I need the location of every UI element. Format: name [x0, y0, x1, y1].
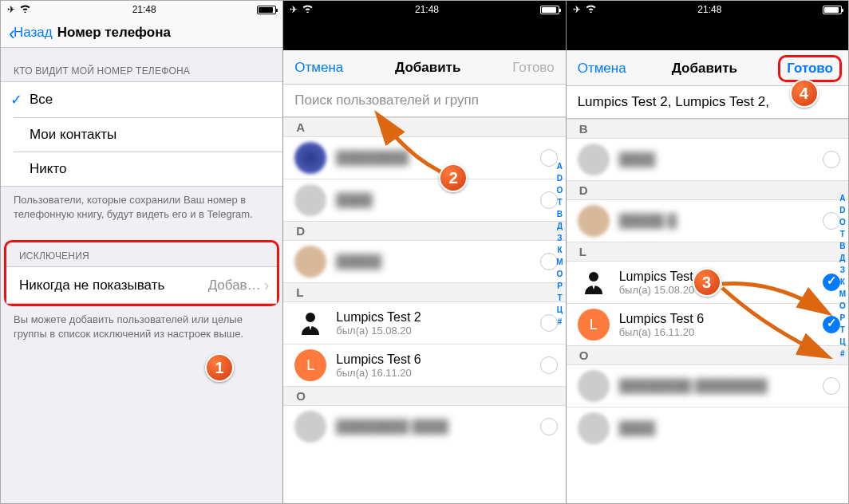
status-bar: ✈︎ 21:48	[1, 1, 282, 18]
contact-row[interactable]: ████	[283, 179, 565, 221]
index-header: D	[567, 180, 848, 200]
contact-row[interactable]: Lumpics Test 2 был(а) 15.08.20	[283, 302, 565, 344]
avatar	[294, 246, 326, 278]
index-header: D	[283, 221, 565, 241]
section-header-exclusions: ИСКЛЮЧЕНИЯ	[6, 242, 277, 266]
back-label: Назад	[14, 25, 53, 41]
status-bar: ✈︎ 21:48	[567, 1, 848, 18]
contact-name: ████████ ████	[336, 419, 533, 434]
radio-unchecked-icon[interactable]	[823, 151, 840, 168]
phone-screen-2: ✈︎ 21:48 Отмена Добавить Готово Поиск по…	[283, 1, 566, 503]
contact-row[interactable]: █████	[283, 241, 565, 282]
option-nobody[interactable]: Никто	[14, 152, 282, 186]
radio-unchecked-icon[interactable]	[823, 377, 840, 395]
contact-name: ████	[619, 420, 840, 435]
index-header: L	[283, 282, 565, 302]
option-contacts[interactable]: Мои контакты	[14, 117, 282, 152]
index-header: L	[567, 242, 848, 262]
avatar	[578, 144, 610, 175]
contact-name: ████	[619, 152, 816, 167]
svg-point-0	[306, 313, 315, 322]
avatar	[578, 412, 610, 444]
chevron-right-icon: ›	[264, 276, 270, 294]
status-time: 21:48	[132, 4, 156, 15]
contact-name: Lumpics Test 2	[336, 309, 533, 325]
contact-row[interactable]: L Lumpics Test 6 был(а) 16.11.20	[283, 344, 565, 386]
step-badge-4: 4	[790, 79, 819, 108]
status-time: 21:48	[697, 4, 721, 15]
wifi-icon	[302, 4, 314, 15]
status-time: 21:48	[415, 4, 439, 15]
option-label: Мои контакты	[30, 127, 116, 143]
avatar	[578, 370, 610, 402]
contact-row[interactable]: ████	[567, 407, 848, 449]
page-title: Номер телефона	[57, 25, 171, 41]
avatar	[578, 205, 610, 237]
index-header: O	[567, 345, 848, 365]
battery-icon	[257, 6, 276, 14]
status-bar: ✈︎ 21:48	[283, 1, 565, 18]
section-header-visibility: КТО ВИДИТ МОЙ НОМЕР ТЕЛЕФОНА	[1, 48, 282, 81]
nav-bar: ‹ Назад Номер телефона	[1, 18, 282, 48]
option-all[interactable]: ✓ Все	[1, 82, 282, 117]
contact-row[interactable]: L Lumpics Test 6 был(а) 16.11.20	[567, 303, 848, 345]
cancel-button[interactable]: Отмена	[578, 61, 626, 77]
never-show-label: Никогда не показывать	[19, 278, 164, 293]
index-header: O	[283, 386, 565, 406]
contact-sub: был(а) 16.11.20	[336, 367, 533, 379]
add-label: Добав…	[208, 278, 261, 293]
never-show-row[interactable]: Никогда не показывать Добав… ›	[6, 267, 277, 303]
cancel-button[interactable]: Отмена	[294, 60, 343, 76]
option-label: Никто	[30, 161, 66, 177]
contact-name: █████ █	[619, 213, 816, 228]
done-button[interactable]: Готово	[512, 60, 555, 76]
alpha-index[interactable]: ADOTВДЗКМОРТЦ#	[839, 192, 847, 360]
phone-screen-1: ✈︎ 21:48 ‹ Назад Номер телефона КТО ВИДИ…	[1, 1, 283, 503]
step-badge-3: 3	[693, 268, 721, 297]
avatar	[294, 411, 326, 443]
contact-name: Lumpics Test 6	[619, 311, 816, 326]
contact-row[interactable]: ████████ ████████	[567, 365, 848, 407]
contact-row[interactable]: ████	[567, 139, 848, 180]
option-label: Все	[30, 92, 53, 108]
done-button[interactable]: Готово	[787, 61, 833, 76]
contact-name: Lumpics Test 6	[336, 352, 533, 367]
index-header: B	[567, 119, 848, 139]
contact-row[interactable]: ████████	[283, 137, 565, 179]
avatar	[294, 142, 326, 174]
back-button[interactable]: ‹ Назад	[9, 25, 53, 41]
contact-sub: был(а) 16.11.20	[619, 326, 816, 338]
exclusions-box: ИСКЛЮЧЕНИЯ Никогда не показывать Добав… …	[4, 240, 279, 306]
exclusions-note: Вы можете добавить пользователей или цел…	[1, 306, 282, 341]
sheet-nav: Отмена Добавить Готово	[283, 50, 565, 85]
contact-name: ████████ ████████	[619, 378, 816, 393]
airplane-icon: ✈︎	[7, 4, 15, 15]
battery-icon	[540, 6, 559, 14]
airplane-icon: ✈︎	[573, 4, 581, 15]
avatar	[578, 266, 610, 298]
avatar: L	[578, 309, 610, 341]
visibility-options: ✓ Все Мои контакты Никто	[1, 81, 282, 187]
contact-name: █████	[336, 254, 533, 269]
airplane-icon: ✈︎	[290, 4, 298, 15]
search-input[interactable]: Поиск пользователей и групп	[283, 85, 565, 117]
avatar	[294, 184, 326, 216]
contact-name: ████████	[336, 150, 533, 165]
sheet-title: Добавить	[395, 60, 460, 76]
contact-sub: был(а) 15.08.20	[336, 325, 533, 337]
radio-unchecked-icon[interactable]	[540, 418, 558, 435]
wifi-icon	[19, 4, 31, 15]
visibility-note: Пользователи, которые сохранили Ваш номе…	[1, 187, 282, 221]
done-highlight: Готово	[778, 55, 842, 82]
wifi-icon	[585, 4, 597, 15]
svg-point-1	[589, 272, 598, 282]
checkmark-icon: ✓	[10, 91, 30, 108]
phone-screen-3: ✈︎ 21:48 Отмена Добавить Готово Lumpics …	[567, 1, 848, 503]
contact-row[interactable]: █████ █	[567, 200, 848, 242]
radio-unchecked-icon[interactable]	[540, 356, 558, 374]
contact-row[interactable]: ████████ ████	[283, 406, 565, 447]
alpha-index[interactable]: ADOTВДЗКМОРТЦ#	[555, 160, 563, 328]
sheet-title: Добавить	[672, 61, 737, 77]
step-badge-1: 1	[205, 353, 234, 382]
battery-icon	[823, 6, 842, 14]
